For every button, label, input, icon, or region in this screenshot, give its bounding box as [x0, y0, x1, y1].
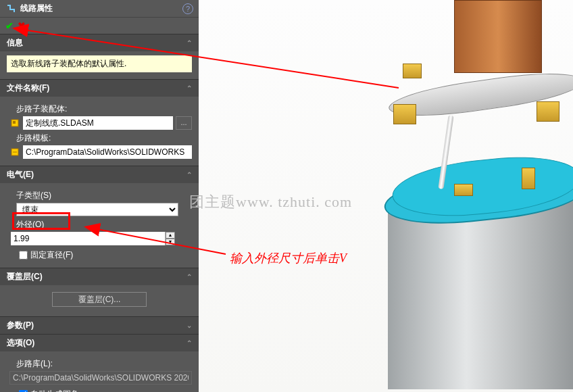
svg-rect-1 — [13, 121, 16, 124]
section-options-header[interactable]: 选项(O) ⌃ — [0, 335, 199, 351]
section-params: 参数(P) ⌄ — [0, 316, 199, 334]
section-params-label: 参数(P) — [7, 320, 34, 331]
lib-input — [9, 371, 192, 385]
autofillet-label: 自动生成圆角 — [30, 389, 79, 392]
annotation-text: 输入外径尺寸后单击V — [230, 250, 347, 266]
section-electrical-label: 电气(E) — [7, 169, 34, 180]
property-panel: 线路属性 ? ✔ ✖ 信息 ⌃ 选取新线路子装配体的默认属性. 文件名称(F) … — [0, 0, 199, 392]
info-text: 选取新线路子装配体的默认属性. — [7, 55, 192, 72]
panel-header: 线路属性 ? — [0, 0, 199, 18]
section-info: 信息 ⌃ 选取新线路子装配体的默认属性. — [0, 34, 199, 79]
fixeddia-checkbox[interactable] — [19, 251, 28, 260]
section-filenames-label: 文件名称(F) — [7, 82, 49, 94]
spinner-up-button[interactable]: ▲ — [166, 232, 175, 239]
template-icon — [9, 147, 20, 157]
subasm-label: 步路子装配体: — [16, 103, 192, 115]
cancel-button[interactable]: ✖ — [18, 20, 26, 31]
section-options: 选项(O) ⌃ 步路库(L): 自动生成圆角 — [0, 334, 199, 392]
spinner-down-button[interactable]: ▼ — [166, 239, 175, 245]
section-params-header[interactable]: 参数(P) ⌄ — [0, 317, 199, 334]
action-bar: ✔ ✖ — [0, 18, 199, 34]
assembly-icon — [9, 118, 20, 128]
panel-title: 线路属性 — [20, 3, 182, 14]
chevron-up-icon: ⌃ — [186, 339, 192, 347]
chevron-up-icon: ⌃ — [186, 39, 192, 47]
ok-button[interactable]: ✔ — [5, 20, 14, 31]
section-filenames-header[interactable]: 文件名称(F) ⌃ — [0, 80, 199, 97]
browse-subasm-button[interactable]: ... — [176, 116, 192, 130]
chevron-up-icon: ⌃ — [186, 84, 192, 92]
chevron-up-icon: ⌃ — [186, 273, 192, 280]
3d-model — [199, 0, 573, 392]
lib-label: 步路库(L): — [16, 358, 192, 370]
subasm-input[interactable] — [23, 116, 173, 130]
route-icon — [5, 3, 16, 14]
section-info-header[interactable]: 信息 ⌃ — [0, 34, 199, 51]
section-cover-label: 覆盖层(C) — [7, 271, 43, 283]
chevron-up-icon: ⌃ — [186, 171, 192, 178]
section-cover: 覆盖层(C) ⌃ 覆盖层(C)... — [0, 268, 199, 316]
section-cover-header[interactable]: 覆盖层(C) ⌃ — [0, 268, 199, 285]
cover-button[interactable]: 覆盖层(C)... — [52, 292, 147, 307]
help-icon[interactable]: ? — [182, 3, 193, 14]
section-options-label: 选项(O) — [7, 337, 34, 349]
highlight-box — [12, 212, 70, 230]
chevron-down-icon: ⌄ — [186, 322, 192, 329]
template-input[interactable] — [23, 145, 192, 159]
outerdia-spinner: ▲ ▼ — [165, 232, 175, 245]
section-electrical-header[interactable]: 电气(E) ⌃ — [0, 166, 199, 183]
section-filenames: 文件名称(F) ⌃ 步路子装配体: ... 步路模板: — [0, 79, 199, 166]
outerdia-input[interactable] — [11, 232, 165, 245]
fixeddia-label: 固定直径(F) — [30, 249, 73, 261]
section-info-label: 信息 — [7, 37, 23, 49]
subtype-label: 子类型(S) — [16, 190, 192, 201]
template-label: 步路模板: — [16, 132, 192, 144]
